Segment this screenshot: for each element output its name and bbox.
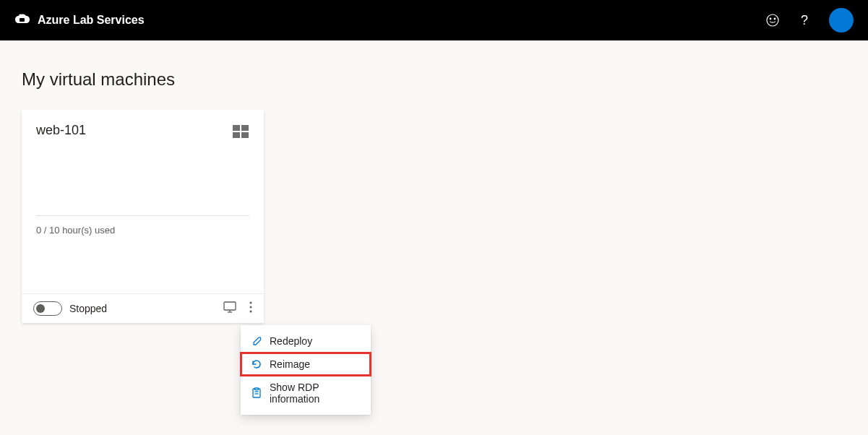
menu-item-show-rdp[interactable]: Show RDP information	[241, 376, 371, 410]
svg-point-13	[250, 311, 252, 313]
svg-rect-7	[241, 132, 249, 138]
page-content: My virtual machines web-101 0 / 10 hour(…	[0, 40, 868, 352]
toggle-knob	[36, 304, 45, 313]
svg-point-2	[770, 18, 771, 20]
clipboard-icon	[251, 387, 262, 399]
vm-status-label: Stopped	[69, 303, 107, 314]
help-icon[interactable]: ?	[797, 13, 812, 27]
svg-point-1	[767, 14, 778, 26]
vm-hours-used: 0 / 10 hour(s) used	[36, 225, 249, 236]
menu-item-label: Show RDP information	[270, 382, 361, 405]
header-right: ?	[765, 8, 854, 33]
svg-rect-6	[233, 132, 240, 138]
svg-rect-4	[233, 125, 240, 131]
svg-point-11	[250, 302, 252, 304]
more-actions-icon[interactable]	[249, 301, 252, 316]
vm-card-footer: Stopped	[22, 293, 264, 323]
svg-rect-5	[241, 125, 249, 131]
svg-point-3	[774, 18, 775, 20]
vm-card-body	[22, 143, 264, 215]
vm-footer-actions	[223, 301, 252, 316]
header-left: Azure Lab Services	[14, 13, 145, 27]
svg-rect-15	[255, 388, 259, 390]
feedback-smiley-icon[interactable]	[765, 13, 780, 27]
wrench-icon	[251, 335, 262, 347]
vm-card: web-101 0 / 10 hour(s) used Stopped	[22, 110, 264, 323]
app-header: Azure Lab Services ?	[0, 0, 868, 40]
menu-item-label: Reimage	[270, 358, 310, 370]
windows-os-icon	[232, 123, 249, 143]
vm-power-toggle[interactable]	[33, 301, 62, 316]
menu-item-redeploy[interactable]: Redeploy	[241, 330, 371, 353]
brand-text: Azure Lab Services	[38, 14, 145, 27]
page-title: My virtual machines	[22, 69, 846, 90]
svg-rect-8	[224, 302, 236, 310]
svg-point-12	[250, 306, 252, 309]
menu-item-label: Redeploy	[270, 335, 312, 347]
refresh-icon	[251, 358, 262, 370]
menu-item-reimage[interactable]: Reimage	[241, 353, 371, 376]
azure-lab-services-logo-icon	[14, 13, 30, 27]
vm-usage-section: 0 / 10 hour(s) used	[36, 215, 249, 293]
svg-rect-0	[20, 18, 25, 22]
vm-context-menu: Redeploy Reimage Show RDP information	[241, 325, 371, 415]
connect-monitor-icon[interactable]	[223, 301, 236, 316]
vm-card-header: web-101	[22, 110, 264, 143]
user-avatar[interactable]	[829, 8, 854, 33]
vm-name: web-101	[36, 123, 86, 138]
